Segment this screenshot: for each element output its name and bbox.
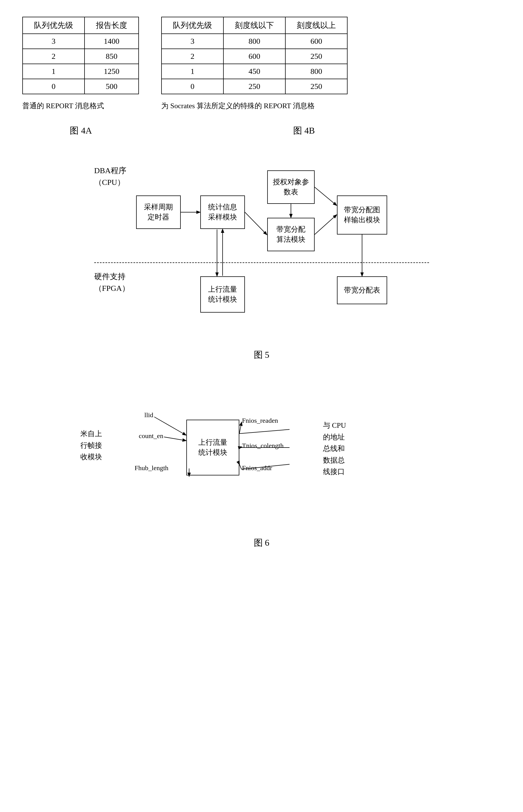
cell: 850 (85, 49, 139, 64)
table-b-header-2: 刻度线以上 (285, 17, 347, 34)
page: 队列优先级 报告长度 3 1400 2 850 1 1250 (0, 0, 523, 574)
diagram5-arrows (94, 162, 429, 340)
svg-line-9 (164, 437, 186, 441)
diagram6-arrows (80, 383, 443, 529)
table-a-header-1: 报告长度 (85, 17, 139, 34)
table-b-block: 队列优先级 刻度线以下 刻度线以上 3 800 600 2 600 250 (161, 17, 347, 111)
table-row: 0 250 250 (162, 79, 347, 94)
table-row: 0 500 (23, 79, 139, 94)
svg-line-3 (314, 215, 337, 235)
svg-line-14 (239, 429, 290, 433)
fig6-label: 图 6 (22, 537, 501, 549)
box-bw-algo: 带宽分配算法模块 (267, 218, 314, 251)
signal-llid: llid (144, 411, 154, 419)
table-row: 3 800 600 (162, 34, 347, 49)
table-a-block: 队列优先级 报告长度 3 1400 2 850 1 1250 (22, 17, 139, 111)
cell: 500 (85, 79, 139, 94)
svg-line-11 (239, 422, 241, 433)
table-row: 2 600 250 (162, 49, 347, 64)
svg-line-13 (239, 464, 241, 469)
cell: 0 (23, 79, 85, 94)
right-cpu-label: 与 CPU的地址总线和数据总线接口 (323, 420, 346, 478)
cell: 0 (162, 79, 223, 94)
fig4a-label: 图 4A (22, 125, 140, 137)
table-b-caption: 为 Socrates 算法所定义的特殊的 REPORT 消息格 (161, 101, 314, 111)
fig4b-label: 图 4B (218, 125, 391, 137)
hw-support-label: 硬件支持（FPGA） (94, 271, 130, 294)
cell: 800 (285, 64, 347, 79)
box-bw-table: 带宽分配表 (337, 276, 387, 304)
signal-fhub-length: Fhub_length (135, 464, 168, 472)
svg-line-1 (245, 212, 267, 235)
signal-count-en: count_en (139, 432, 163, 440)
cell: 250 (223, 79, 285, 94)
cell: 450 (223, 64, 285, 79)
cell: 3 (23, 34, 85, 49)
cell: 250 (285, 79, 347, 94)
table-b-header-0: 队列优先级 (162, 17, 223, 34)
cell: 800 (223, 34, 285, 49)
svg-line-12 (239, 447, 241, 447)
table-a-header-0: 队列优先级 (23, 17, 85, 34)
signal-fnios-readen: Fnios_readen (242, 417, 278, 424)
box-bw-output: 带宽分配图样输出模块 (337, 196, 387, 235)
box-auth-table: 授权对象参数表 (267, 170, 314, 204)
table-a-caption: 普通的 REPORT 消息格式 (22, 101, 104, 111)
dashed-divider (94, 262, 429, 263)
table-row: 1 1250 (23, 64, 139, 79)
diagram5-section: DBA程序（CPU） 硬件支持（FPGA） 采样周期定时器 统计信息采样模块 授… (22, 162, 501, 361)
tables-row: 队列优先级 报告长度 3 1400 2 850 1 1250 (22, 17, 501, 111)
cell: 2 (23, 49, 85, 64)
table-b: 队列优先级 刻度线以下 刻度线以上 3 800 600 2 600 250 (161, 17, 347, 94)
cell: 3 (162, 34, 223, 49)
fig5-label: 图 5 (22, 349, 501, 361)
diagram6-section: 米自上行帧接收模块 上行流量统计模块 与 CPU的地址总线和数据总线接口 lli… (22, 383, 501, 549)
cell: 250 (285, 49, 347, 64)
cell: 2 (162, 49, 223, 64)
table-row: 1 450 800 (162, 64, 347, 79)
table-row: 2 850 (23, 49, 139, 64)
table-b-header-1: 刻度线以下 (223, 17, 285, 34)
dba-program-label: DBA程序（CPU） (94, 165, 126, 188)
cell: 1250 (85, 64, 139, 79)
box-stats-sample: 统计信息采样模块 (200, 196, 245, 229)
cell: 600 (223, 49, 285, 64)
table-a: 队列优先级 报告长度 3 1400 2 850 1 1250 (22, 17, 139, 94)
box-upstream-stats-6: 上行流量统计模块 (186, 420, 239, 476)
svg-line-4 (314, 187, 337, 205)
table-row: 3 1400 (23, 34, 139, 49)
box-timer: 采样周期定时器 (136, 196, 181, 229)
left-source-label: 米自上行帧接收模块 (80, 428, 102, 463)
signal-tnios-colength: Tnios_colength (242, 442, 284, 449)
signal-fnios-addr: Fnios_addr (242, 464, 272, 472)
cell: 1 (162, 64, 223, 79)
cell: 1 (23, 64, 85, 79)
box-upstream-stats: 上行流量统计模块 (200, 276, 245, 313)
cell: 600 (285, 34, 347, 49)
cell: 1400 (85, 34, 139, 49)
